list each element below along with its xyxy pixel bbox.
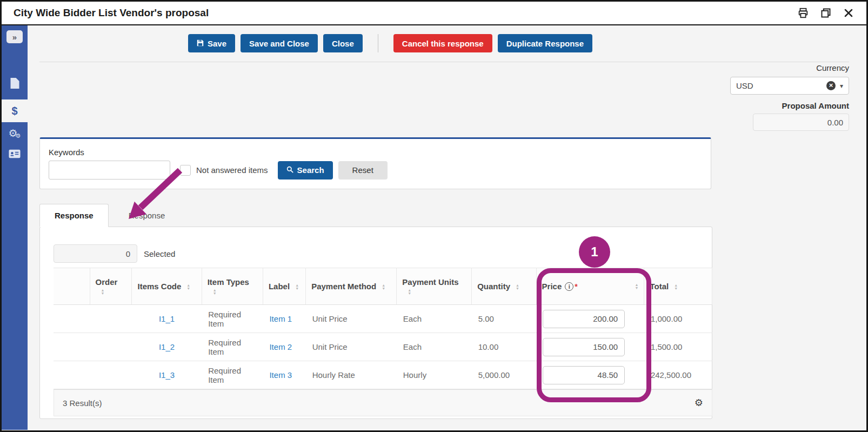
cell-total: 1,000.00 <box>644 305 712 333</box>
sort-icon[interactable]: ▲▼ <box>408 289 411 295</box>
cell-payment-units: Hourly <box>397 361 472 389</box>
sidebar-item-settings[interactable]: ⚙ ⚙ <box>2 122 28 144</box>
id-card-icon <box>9 149 21 161</box>
cancel-response-button[interactable]: Cancel this response <box>393 34 492 52</box>
cell-item-type: Required Item <box>202 305 263 333</box>
sort-icon[interactable]: ▲▼ <box>516 284 519 290</box>
items-code-link[interactable]: I1_3 <box>159 370 175 380</box>
table-row: I1_2 Required Item Item 2 Unit Price Eac… <box>54 333 712 361</box>
col-payment-method[interactable]: Payment Method▲▼ <box>306 268 397 305</box>
action-toolbar: Save Save and Close Close Cancel this re… <box>188 34 592 52</box>
cell-price <box>536 361 644 389</box>
cell-payment-units: Each <box>397 333 472 361</box>
cell-label: Item 1 <box>263 305 305 333</box>
clear-currency-icon[interactable]: × <box>826 81 836 90</box>
cell-quantity: 5,000.00 <box>472 361 536 389</box>
cell-select <box>54 361 90 389</box>
price-input[interactable] <box>543 338 625 356</box>
search-panel: Keywords Not answered items Search Reset <box>39 137 711 189</box>
cell-price <box>536 333 644 361</box>
sidebar-item-contacts[interactable] <box>2 144 28 165</box>
tab-response-inactive[interactable]: Response <box>114 204 180 227</box>
close-button[interactable]: Close <box>323 34 363 52</box>
close-window-icon[interactable] <box>843 7 854 19</box>
restore-window-icon[interactable] <box>820 7 832 19</box>
proposal-amount-field[interactable] <box>753 114 849 131</box>
proposal-amount-label: Proposal Amount <box>687 101 849 110</box>
col-order[interactable]: Order▲▼ <box>90 268 132 305</box>
col-price[interactable]: Price i * ▲▼ <box>536 268 644 305</box>
col-label[interactable]: Label▲▼ <box>263 268 305 305</box>
cell-order <box>90 305 132 333</box>
sort-icon[interactable]: ▲▼ <box>295 284 299 290</box>
annotation-step-badge: 1 <box>579 236 610 268</box>
search-icon <box>286 165 293 175</box>
table-row: I1_1 Required Item Item 1 Unit Price Eac… <box>54 305 712 333</box>
selected-count-field[interactable] <box>54 244 137 263</box>
sort-icon[interactable]: ▲▼ <box>101 289 105 295</box>
cell-price <box>536 305 644 333</box>
cell-payment-method: Unit Price <box>306 333 397 361</box>
col-payment-units[interactable]: Payment Units▲▼ <box>397 268 472 305</box>
cell-payment-method: Hourly Rate <box>306 361 397 389</box>
sort-icon[interactable]: ▲▼ <box>674 284 678 290</box>
cell-select <box>54 305 90 333</box>
tab-response-active[interactable]: Response <box>39 204 109 227</box>
cell-item-type: Required Item <box>202 333 263 361</box>
sort-icon[interactable]: ▲▼ <box>213 289 217 295</box>
table-settings-gear-icon[interactable]: ⚙ <box>695 397 703 409</box>
print-icon[interactable] <box>797 7 809 19</box>
keywords-input[interactable] <box>49 161 170 180</box>
sidebar-item-pricing[interactable]: $ <box>2 99 28 122</box>
col-item-types[interactable]: Item Types▲▼ <box>202 268 263 305</box>
item-label-link[interactable]: Item 1 <box>269 314 292 323</box>
price-input[interactable] <box>543 310 625 328</box>
save-button[interactable]: Save <box>188 34 235 52</box>
sidebar-expand-icon[interactable]: » <box>6 30 23 43</box>
item-label-link[interactable]: Item 3 <box>269 370 292 380</box>
col-quantity[interactable]: Quantity▲▼ <box>472 268 536 305</box>
items-code-link[interactable]: I1_1 <box>159 314 175 323</box>
cell-label: Item 2 <box>263 333 305 361</box>
info-icon[interactable]: i <box>565 282 573 291</box>
selected-label: Selected <box>144 249 175 258</box>
sort-icon[interactable]: ▲▼ <box>186 284 190 290</box>
app-window: City Wide Bidder List Vendor's proposal … <box>0 0 868 432</box>
sort-icon[interactable]: ▲▼ <box>635 283 638 290</box>
table-row: I1_3 Required Item Item 3 Hourly Rate Ho… <box>54 361 712 389</box>
sidebar-item-documents[interactable] <box>2 74 28 95</box>
search-button[interactable]: Search <box>278 161 333 180</box>
items-table: Order▲▼ Items Code▲▼ Item Types▲▼ Label▲… <box>54 268 712 416</box>
cell-payment-method: Unit Price <box>306 305 397 333</box>
col-items-code[interactable]: Items Code▲▼ <box>132 268 202 305</box>
not-answered-checkbox[interactable] <box>180 165 191 176</box>
price-input[interactable] <box>543 366 625 384</box>
cell-item-type: Required Item <box>202 361 263 389</box>
keywords-label: Keywords <box>49 148 84 157</box>
toolbar-divider <box>378 34 378 52</box>
cell-select <box>54 333 90 361</box>
cell-total: 242,500.00 <box>644 361 712 389</box>
save-and-close-button[interactable]: Save and Close <box>241 34 318 52</box>
title-bar: City Wide Bidder List Vendor's proposal <box>2 2 866 25</box>
response-table-card: Selected Order▲▼ Items Code▲▼ Item Types… <box>39 227 712 419</box>
gears-small-icon: ⚙ <box>16 132 21 139</box>
cell-total: 1,500.00 <box>644 333 712 361</box>
document-icon <box>10 77 20 91</box>
currency-value: USD <box>736 81 826 90</box>
main-content: Save Save and Close Close Cancel this re… <box>28 25 866 430</box>
currency-select[interactable]: USD × ▾ <box>730 77 849 95</box>
duplicate-response-button[interactable]: Duplicate Response <box>498 34 592 52</box>
cell-items-code: I1_1 <box>132 305 202 333</box>
page-title: City Wide Bidder List Vendor's proposal <box>14 7 797 19</box>
col-select <box>54 268 90 305</box>
response-tabs: Response Response <box>39 204 179 227</box>
items-code-link[interactable]: I1_2 <box>159 342 175 351</box>
col-total[interactable]: Total▲▼ <box>644 268 712 305</box>
item-label-link[interactable]: Item 2 <box>269 342 292 351</box>
table-footer: 3 Result(s) ⚙ <box>54 389 712 416</box>
sort-icon[interactable]: ▲▼ <box>382 284 385 290</box>
reset-button[interactable]: Reset <box>338 161 388 180</box>
currency-label: Currency <box>687 63 849 72</box>
cell-items-code: I1_3 <box>132 361 202 389</box>
